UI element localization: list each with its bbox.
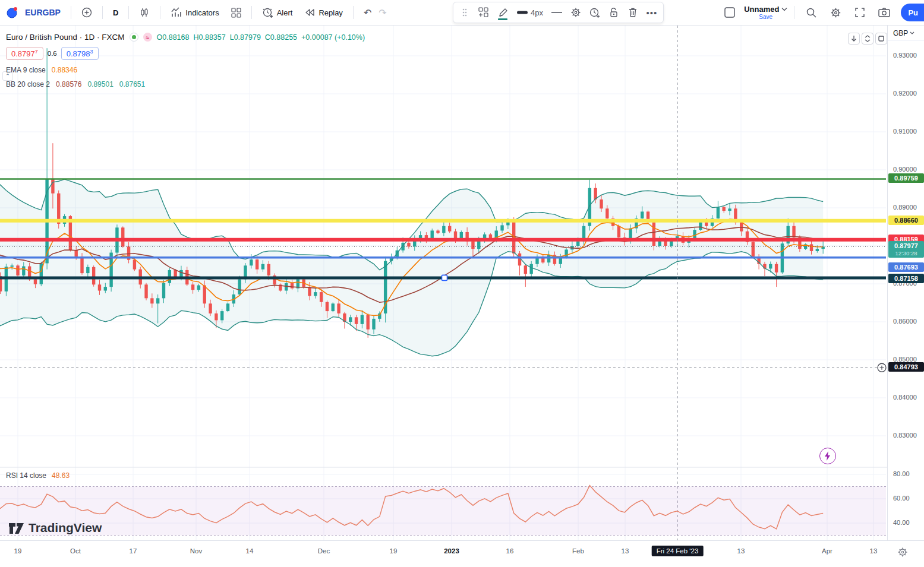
candle-body — [705, 222, 708, 226]
symbol-name: EURGBP — [25, 8, 61, 17]
rsi-axis-tick: 60.00 — [893, 495, 910, 502]
candle-body — [174, 270, 176, 277]
price-line-label[interactable]: 0.89759 — [888, 173, 924, 183]
replay-button[interactable]: Replay — [299, 5, 347, 20]
collapse-pane-button[interactable] — [862, 33, 873, 45]
candle-body — [606, 208, 608, 218]
bb-upper-value: 0.89501 — [87, 80, 113, 88]
move-pane-down-button[interactable] — [848, 33, 860, 45]
lightning-icon — [824, 451, 831, 461]
chart-style-button[interactable] — [134, 4, 154, 21]
ohlc-item: C0.88255 — [265, 33, 297, 42]
draw-tool-button[interactable] — [494, 4, 512, 21]
candle-body — [337, 303, 340, 313]
template-add-button[interactable] — [475, 4, 493, 21]
plus-circle-icon — [81, 7, 92, 18]
candle-body — [291, 283, 294, 289]
time-axis-tick: 16 — [506, 547, 514, 555]
candle-body — [261, 264, 264, 270]
screenshot-button[interactable] — [873, 4, 895, 21]
line-style-button[interactable] — [548, 4, 566, 21]
line-width-button[interactable]: 4px — [513, 4, 547, 21]
candle-body — [332, 303, 335, 311]
delete-button[interactable] — [624, 4, 642, 21]
instant-trading-button[interactable] — [819, 448, 836, 464]
publish-button[interactable]: Pu — [901, 4, 924, 21]
alert-button[interactable]: Alert — [257, 4, 298, 21]
lock-button[interactable] — [605, 4, 623, 21]
price-line-label[interactable]: 0.84793 — [888, 362, 924, 372]
search-button[interactable] — [801, 4, 822, 21]
bb-legend-row[interactable]: BB 20 close 2 0.88576 0.89501 0.87651 — [6, 80, 365, 88]
time-axis[interactable]: 19Oct17Nov14Dec19202316Feb1313Apr13Fri 2… — [0, 540, 924, 567]
tradingview-logo-icon[interactable] — [6, 7, 18, 18]
search-icon — [806, 7, 817, 18]
market-status-icon[interactable] — [130, 33, 138, 42]
approximation-icon[interactable]: ≈ — [143, 33, 152, 42]
ema-legend-row[interactable]: EMA 9 close 0.88346 — [6, 66, 365, 74]
candle-body — [442, 226, 445, 233]
candle-body — [104, 287, 107, 290]
candle-body — [361, 315, 364, 324]
thick-line-icon — [516, 11, 528, 14]
maximize-pane-button[interactable] — [875, 33, 887, 45]
spread-value: 0.6 — [48, 50, 57, 57]
indicator-templates-button[interactable] — [226, 5, 246, 21]
price-axis[interactable]: GBP 0.930000.920000.910000.900000.890000… — [887, 26, 924, 540]
replay-label: Replay — [318, 8, 342, 17]
rsi-label: RSI 14 close — [6, 471, 46, 480]
ohlc-values: O0.88168H0.88357L0.87979C0.88255+0.00087… — [157, 33, 365, 42]
drag-dots-icon — [462, 8, 467, 17]
arrow-down-icon — [851, 36, 857, 42]
indicators-button[interactable]: Indicators — [166, 4, 223, 21]
symbol-title[interactable]: Euro / British Pound · 1D · FXCM — [6, 33, 125, 42]
indicators-label: Indicators — [185, 8, 219, 17]
candle-body — [215, 313, 217, 321]
ask-price[interactable]: 0.87983 — [61, 47, 99, 60]
candle-body — [460, 232, 463, 239]
candle-body — [524, 265, 527, 274]
toolbar-separator — [251, 6, 252, 19]
undo-button[interactable]: ↶ — [359, 4, 376, 21]
candle-body — [267, 264, 270, 275]
line-settings-button[interactable] — [567, 4, 585, 21]
more-options-button[interactable]: ••• — [643, 4, 661, 21]
alarm-add-icon — [589, 7, 600, 18]
unlock-icon — [609, 7, 619, 18]
maximize-icon — [878, 36, 884, 42]
rsi-value: 48.63 — [52, 471, 70, 480]
candle-body — [92, 267, 95, 284]
symbol-search-button[interactable]: EURGBP — [20, 5, 65, 20]
candle-body — [500, 225, 503, 230]
watchlist-panel-button[interactable] — [719, 4, 740, 21]
current-price-label[interactable]: 0.8797712:30:28 — [888, 241, 924, 258]
drag-handle[interactable] — [456, 4, 474, 21]
candle-body — [156, 298, 159, 303]
alarm-clock-icon — [262, 7, 273, 18]
axis-settings-gear-icon[interactable] — [897, 547, 908, 558]
redo-button[interactable]: ↷ — [379, 4, 391, 21]
price-line-label[interactable]: 0.87693 — [888, 262, 924, 272]
ohlc-item: L0.87979 — [230, 33, 261, 42]
currency-selector[interactable]: GBP — [888, 26, 924, 41]
price-axis-tick: 0.91000 — [893, 128, 917, 135]
compare-add-symbol-button[interactable] — [77, 4, 97, 21]
save-layout-label[interactable]: Save — [759, 14, 772, 20]
price-line-label[interactable]: 0.88660 — [888, 216, 924, 225]
candle-body — [576, 241, 579, 246]
settings-button[interactable] — [825, 4, 846, 21]
add-alert-on-line-button[interactable] — [586, 4, 604, 21]
candle-body — [133, 260, 136, 270]
candle-body — [197, 286, 200, 290]
rsi-legend-row[interactable]: RSI 14 close 48.63 — [6, 471, 70, 480]
interval-button[interactable]: D — [108, 5, 123, 20]
candle-body — [717, 207, 720, 218]
layout-menu-button[interactable]: Unnamed Save — [744, 5, 787, 20]
fullscreen-button[interactable] — [850, 4, 870, 21]
ema-label: EMA 9 close — [6, 66, 46, 74]
price-line-label[interactable]: 0.87158 — [888, 274, 924, 283]
candle-body — [600, 199, 603, 208]
price-axis-tick: 0.85000 — [893, 356, 917, 363]
chevron-down-icon — [910, 31, 914, 35]
bid-price[interactable]: 0.87977 — [6, 47, 43, 60]
